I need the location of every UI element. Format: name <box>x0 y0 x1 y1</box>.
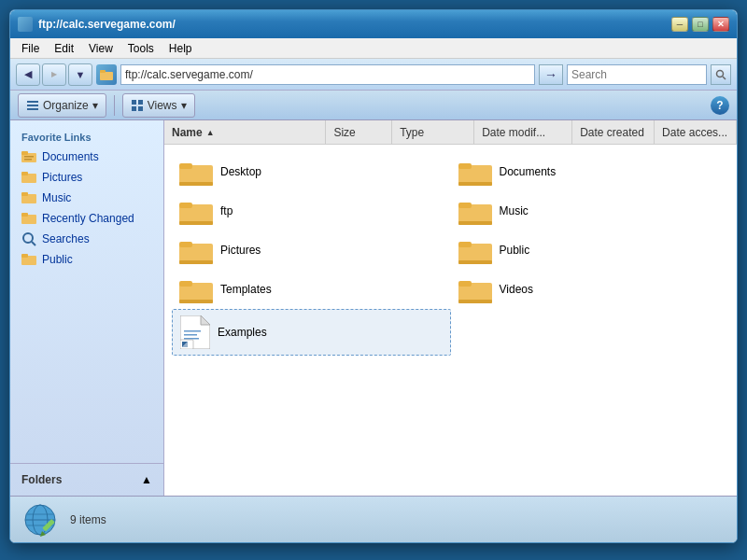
sidebar-public-label: Public <box>42 253 73 266</box>
minimize-button[interactable]: ─ <box>671 17 688 32</box>
file-name: Public <box>500 244 530 257</box>
folders-arrow: ▲ <box>141 473 152 486</box>
title-bar: ftp://calc.servegame.com/ ─ □ ✕ <box>10 10 737 38</box>
svg-rect-42 <box>458 260 492 264</box>
svg-rect-38 <box>179 242 192 247</box>
help-button[interactable]: ? <box>711 96 729 115</box>
status-bar: 9 items <box>10 496 737 542</box>
file-name: Pictures <box>220 244 261 257</box>
file-item-public[interactable]: Public <box>451 231 730 270</box>
menu-item-view[interactable]: View <box>81 40 120 57</box>
toolbar-divider <box>114 95 115 116</box>
col-name-label: Name <box>172 126 203 139</box>
sidebar-item-music[interactable]: Music <box>10 188 163 208</box>
views-icon <box>131 99 144 112</box>
file-item-videos[interactable]: Videos <box>451 270 730 309</box>
file-name: Documents <box>500 165 557 178</box>
svg-rect-5 <box>27 105 38 106</box>
col-header-name[interactable]: Name ▲ <box>164 120 326 144</box>
folder-icon <box>458 158 492 186</box>
svg-marker-50 <box>201 315 210 325</box>
menu-item-tools[interactable]: Tools <box>120 40 162 57</box>
col-header-accessed[interactable]: Date acces... <box>655 120 737 144</box>
folder-icon <box>458 275 492 303</box>
organize-label: Organize <box>43 99 89 112</box>
close-button[interactable]: ✕ <box>712 17 729 32</box>
sidebar-item-recently-changed[interactable]: Recently Changed <box>10 208 163 229</box>
sidebar-searches-label: Searches <box>42 232 90 245</box>
svg-rect-1 <box>100 70 106 73</box>
file-item-desktop[interactable]: Desktop <box>172 152 451 191</box>
svg-rect-18 <box>21 192 28 196</box>
folder-icon <box>179 275 213 303</box>
sidebar-item-searches[interactable]: Searches <box>10 229 163 249</box>
sidebar-item-documents[interactable]: Documents <box>10 147 163 167</box>
svg-rect-10 <box>138 106 143 111</box>
address-input[interactable] <box>120 64 535 85</box>
sidebar: Favorite Links Documents Pictures Music … <box>10 120 164 496</box>
svg-rect-52 <box>184 334 197 336</box>
svg-rect-13 <box>24 156 34 158</box>
sidebar-item-public[interactable]: Public <box>10 249 163 270</box>
views-arrow: ▾ <box>181 99 187 112</box>
folder-icon <box>458 197 492 225</box>
folder-icon <box>179 236 213 264</box>
organize-button[interactable]: Organize ▾ <box>18 93 106 118</box>
sidebar-spacer <box>10 277 163 463</box>
file-item-templates[interactable]: Templates <box>172 270 451 309</box>
documents-icon <box>21 149 36 164</box>
file-grid: Desktop Documents ftp <box>164 145 737 496</box>
svg-rect-14 <box>24 159 32 161</box>
app-icon <box>18 17 33 32</box>
sidebar-item-pictures[interactable]: Pictures <box>10 167 163 188</box>
organize-arrow: ▾ <box>92 99 98 112</box>
go-button[interactable]: → <box>539 64 563 85</box>
file-item-music[interactable]: Music <box>451 191 730 231</box>
organize-icon <box>26 99 39 112</box>
col-header-created[interactable]: Date created <box>572 120 655 144</box>
folder-icon <box>179 197 213 225</box>
file-item-pictures[interactable]: Pictures <box>172 231 451 270</box>
public-icon <box>21 252 36 267</box>
views-button[interactable]: Views ▾ <box>122 93 195 118</box>
folder-icon <box>458 236 492 264</box>
svg-rect-7 <box>132 100 136 105</box>
search-button[interactable] <box>711 64 731 85</box>
col-header-type[interactable]: Type <box>392 120 474 144</box>
col-header-modified[interactable]: Date modif... <box>474 120 572 144</box>
item-count: 9 items <box>70 513 106 526</box>
col-header-size[interactable]: Size <box>326 120 392 144</box>
svg-rect-16 <box>21 172 28 175</box>
svg-point-2 <box>717 70 724 77</box>
file-item-documents[interactable]: Documents <box>451 152 730 191</box>
menu-item-file[interactable]: File <box>14 40 47 57</box>
folders-section: Folders ▲ <box>10 463 163 496</box>
sidebar-section-title: Favorite Links <box>10 128 163 147</box>
music-icon <box>21 190 36 205</box>
sidebar-recently-changed-label: Recently Changed <box>42 212 134 225</box>
up-button[interactable]: ▼ <box>68 63 92 86</box>
sidebar-music-label: Music <box>42 191 71 204</box>
forward-button[interactable]: ▶ <box>42 63 66 86</box>
main-window: ftp://calc.servegame.com/ ─ □ ✕ FileEdit… <box>9 9 738 543</box>
folders-label: Folders <box>21 473 62 486</box>
svg-point-21 <box>23 233 33 243</box>
file-item-examples[interactable]: Examples <box>172 309 451 356</box>
folder-icon <box>179 158 213 186</box>
search-input[interactable] <box>567 64 707 85</box>
maximize-button[interactable]: □ <box>692 17 709 32</box>
svg-rect-29 <box>458 163 472 169</box>
address-bar: ◀ ▶ ▼ → <box>10 59 737 91</box>
folders-toggle[interactable]: Folders ▲ <box>10 469 163 490</box>
svg-rect-32 <box>179 203 192 208</box>
menu-item-help[interactable]: Help <box>162 40 200 57</box>
menu-item-edit[interactable]: Edit <box>47 40 81 57</box>
content-area: Favorite Links Documents Pictures Music … <box>10 120 737 496</box>
svg-rect-35 <box>458 203 472 208</box>
back-button[interactable]: ◀ <box>16 63 40 86</box>
col-accessed-label: Date acces... <box>662 126 727 139</box>
file-item-ftp[interactable]: ftp <box>172 191 451 231</box>
svg-rect-53 <box>184 338 199 340</box>
file-name: Videos <box>500 283 533 296</box>
file-name: Desktop <box>220 165 261 178</box>
